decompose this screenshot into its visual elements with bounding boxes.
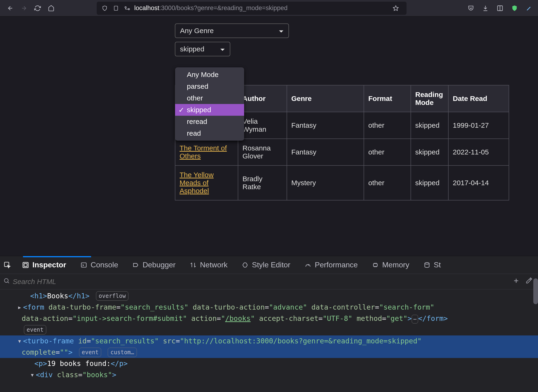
search-icon (3, 277, 10, 286)
svg-point-12 (5, 279, 8, 282)
tab-inspector[interactable]: Inspector (18, 258, 70, 272)
cell-reading-mode: skipped (411, 165, 448, 200)
devtools-search-bar (0, 274, 538, 289)
storage-icon (423, 261, 431, 269)
dom-node[interactable]: <h1>Books</h1> overflow (0, 290, 538, 302)
cell-genre: Fantasy (287, 112, 364, 139)
check-icon: ✓ (178, 106, 184, 114)
dom-node[interactable]: <p>19 books found:</p> (0, 358, 538, 369)
caret-down-icon (220, 45, 225, 53)
cell-reading-mode: skipped (411, 139, 448, 165)
tab-memory[interactable]: Memory (368, 258, 413, 272)
cell-author: Bradly Ratke (238, 165, 287, 200)
svg-rect-0 (114, 6, 118, 10)
cell-genre: Mystery (287, 165, 364, 200)
downloads-icon[interactable] (481, 4, 490, 12)
table-row: The Torment of OthersRosanna GloverFanta… (175, 139, 509, 165)
style-editor-icon (241, 261, 249, 269)
caret-down-icon (279, 27, 284, 35)
dropdown-item[interactable]: other (175, 92, 244, 104)
cell-author: Velia Wyman (238, 112, 287, 139)
bookmark-star-icon[interactable] (392, 4, 400, 12)
col-header-format: Format (364, 85, 411, 112)
url-text: localhost:3000/books?genre=&reading_mode… (134, 5, 288, 12)
cell-date-read: 2022-11-05 (448, 139, 509, 165)
reading-mode-dropdown[interactable]: Any Modeparsedother✓skippedrereadread (175, 67, 244, 141)
dom-node[interactable]: ▸<form data-turbo-frame="search_results"… (0, 302, 538, 313)
svg-marker-3 (393, 6, 398, 11)
book-link[interactable]: The Yellow Meads of Asphodel (180, 171, 214, 195)
cell-genre: Fantasy (287, 139, 364, 165)
svg-point-1 (125, 7, 126, 8)
network-icon (189, 261, 197, 269)
pocket-icon[interactable] (467, 4, 475, 12)
cell-date-read: 2017-04-14 (448, 165, 509, 200)
reading-mode-select[interactable]: skipped (175, 42, 230, 56)
home-button[interactable] (46, 3, 57, 14)
url-bar[interactable]: localhost:3000/books?genre=&reading_mode… (97, 2, 407, 15)
dropdown-item[interactable]: Any Mode (175, 69, 244, 80)
tab-storage[interactable]: St (420, 258, 444, 272)
svg-rect-10 (374, 264, 377, 266)
tab-performance[interactable]: Performance (301, 258, 361, 272)
col-header-author: Author (238, 85, 287, 112)
devtools-tabs: Inspector Console Debugger Network Style… (0, 256, 538, 274)
performance-icon (304, 261, 312, 269)
eyedropper-icon[interactable] (525, 277, 532, 286)
tab-network[interactable]: Network (186, 258, 231, 272)
genre-select[interactable]: Any Genre (175, 23, 289, 38)
tab-debugger[interactable]: Debugger (128, 258, 179, 272)
svg-rect-9 (81, 263, 86, 267)
debugger-icon (132, 261, 140, 269)
dom-node-pill[interactable]: event (0, 324, 538, 336)
dropdown-item[interactable]: reread (175, 116, 244, 127)
svg-rect-7 (23, 262, 28, 268)
dom-node-selected-cont[interactable]: complete=""> event custom… (0, 347, 538, 358)
tab-style-editor[interactable]: Style Editor (238, 258, 294, 272)
col-header-reading-mode: Reading Mode (411, 85, 448, 112)
dom-node-cont[interactable]: data-action="input->search-form#submit" … (0, 313, 538, 324)
devtools-panel: Inspector Console Debugger Network Style… (0, 256, 538, 392)
devtools-scrollbar[interactable] (533, 278, 538, 304)
col-header-genre: Genre (287, 85, 364, 112)
reading-mode-select-value: skipped (180, 45, 204, 53)
cell-title: The Torment of Others (175, 139, 238, 165)
col-header-date-read: Date Read (448, 85, 509, 112)
forward-button[interactable] (18, 3, 30, 14)
genre-select-value: Any Genre (180, 27, 214, 35)
reload-button[interactable] (32, 3, 43, 14)
devtools-search-input[interactable] (13, 278, 510, 286)
dom-tree[interactable]: <h1>Books</h1> overflow ▸<form data-turb… (0, 289, 538, 392)
dropdown-item[interactable]: ✓skipped (175, 104, 244, 116)
memory-icon (371, 261, 379, 269)
cell-format: other (364, 112, 411, 139)
back-button[interactable] (5, 3, 16, 14)
page-icon (112, 4, 120, 12)
cell-title: The Yellow Meads of Asphodel (175, 165, 238, 200)
cell-format: other (364, 139, 411, 165)
inspector-icon (22, 261, 30, 269)
inspect-element-icon[interactable] (3, 261, 11, 269)
svg-rect-8 (24, 263, 27, 266)
page-content: Any Genre skipped Title Author Genre For… (0, 16, 538, 256)
dom-node[interactable]: ▾<div class="books"> (0, 369, 538, 381)
tab-console[interactable]: Console (76, 258, 121, 272)
book-link[interactable]: The Torment of Others (180, 144, 227, 160)
add-node-icon[interactable] (513, 277, 520, 286)
dom-node-selected[interactable]: ▾<turbo-frame id="search_results" src="h… (0, 336, 538, 347)
library-icon[interactable] (496, 4, 504, 12)
cell-reading-mode: skipped (411, 112, 448, 139)
console-icon (80, 261, 88, 269)
dropdown-item[interactable]: parsed (175, 80, 244, 92)
cell-date-read: 1999-01-27 (448, 112, 509, 139)
shield-icon (100, 4, 109, 12)
table-row: The Yellow Meads of AsphodelBradly Ratke… (175, 165, 509, 200)
dropdown-item[interactable]: read (175, 127, 244, 139)
extension-shield-icon[interactable] (510, 4, 519, 12)
cell-author: Rosanna Glover (238, 139, 287, 165)
permissions-icon (123, 4, 131, 12)
edit-pencil-icon[interactable] (525, 4, 533, 12)
svg-point-11 (425, 262, 429, 264)
browser-toolbar: localhost:3000/books?genre=&reading_mode… (0, 0, 538, 16)
cell-format: other (364, 165, 411, 200)
